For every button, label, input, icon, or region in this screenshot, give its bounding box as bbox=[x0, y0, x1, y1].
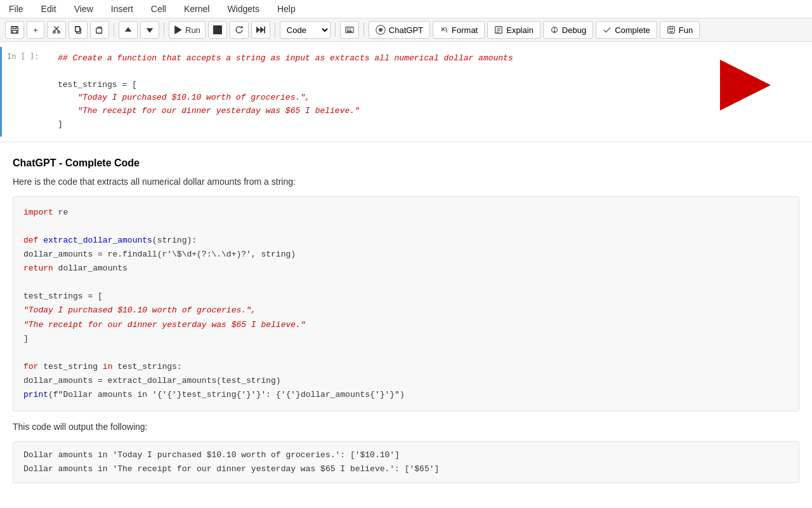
cell-code[interactable]: ## Create a function that accepts a stri… bbox=[53, 47, 812, 137]
move-down-button[interactable] bbox=[140, 21, 159, 39]
code-body2: dollar_amounts = extract_dollar_amounts(… bbox=[23, 374, 789, 388]
code-str2: "The receipt for our dinner yesterday wa… bbox=[23, 318, 789, 332]
svg-rect-1 bbox=[13, 27, 16, 29]
complete-button[interactable]: Complete bbox=[596, 21, 657, 39]
svg-rect-15 bbox=[264, 27, 265, 34]
toolbar-left: + Run bbox=[5, 21, 700, 39]
code-line-3: "Today I purchased $10.10 worth of groce… bbox=[58, 91, 807, 105]
code-print: print(f"Dollar amounts in '{'{'}test_str… bbox=[23, 388, 789, 402]
plus-icon: + bbox=[33, 25, 38, 35]
svg-marker-11 bbox=[174, 25, 182, 34]
separator-1 bbox=[114, 23, 114, 37]
code-line-2: test_strings = [ bbox=[58, 79, 807, 92]
svg-point-31 bbox=[554, 31, 555, 32]
code-line-blank bbox=[58, 65, 807, 79]
explain-label: Explain bbox=[506, 25, 534, 35]
separator-2 bbox=[164, 23, 164, 37]
menu-help[interactable]: Help bbox=[273, 1, 299, 17]
menu-bar: File Edit View Insert Cell Kernel Widget… bbox=[0, 0, 812, 18]
run-button[interactable]: Run bbox=[169, 21, 206, 39]
code-import: import re bbox=[23, 206, 789, 220]
code-line-1: ## Create a function that accepts a stri… bbox=[58, 52, 807, 65]
svg-marker-10 bbox=[147, 28, 154, 32]
fun-label: Fun bbox=[679, 25, 693, 35]
cell-label: In [ ]: bbox=[2, 47, 53, 137]
output-section: ChatGPT - Complete Code Here is the code… bbox=[0, 147, 812, 494]
menu-widgets[interactable]: Widgets bbox=[223, 1, 263, 17]
complete-label: Complete bbox=[615, 25, 650, 35]
code-cell: In [ ]: ## Create a function that accept… bbox=[0, 47, 812, 137]
code-body1: dollar_amounts = re.findall(r'\$\d+(?:\.… bbox=[23, 248, 789, 262]
chatgpt-button[interactable]: ChatGPT bbox=[369, 21, 430, 39]
restart-button[interactable] bbox=[230, 21, 249, 39]
menu-view[interactable]: View bbox=[70, 1, 97, 17]
svg-rect-12 bbox=[213, 25, 222, 34]
toolbar: + Run bbox=[0, 18, 812, 42]
keyboard-button[interactable] bbox=[340, 21, 359, 39]
notebook-area: In [ ]: ## Create a function that accept… bbox=[0, 47, 812, 142]
output-title: ChatGPT - Complete Code bbox=[13, 157, 799, 169]
format-button[interactable]: Format bbox=[433, 21, 485, 39]
code-str1: "Today I purchased $10.10 worth of groce… bbox=[23, 304, 789, 318]
explain-button[interactable]: Explain bbox=[487, 21, 540, 39]
output-line-2: Dollar amounts in 'The receipt for our d… bbox=[23, 462, 789, 476]
svg-marker-13 bbox=[256, 27, 260, 34]
svg-rect-2 bbox=[13, 30, 17, 33]
output-box: Dollar amounts in 'Today I purchased $10… bbox=[13, 441, 799, 483]
code-for: for test_string in test_strings: bbox=[23, 360, 789, 374]
code-line-4: "The receipt for our dinner yesterday wa… bbox=[58, 105, 807, 118]
code-block: import re def extract_dollar_amounts(str… bbox=[13, 196, 799, 411]
output-line-1: Dollar amounts in 'Today I purchased $10… bbox=[23, 448, 789, 462]
svg-rect-8 bbox=[96, 28, 102, 33]
paste-button[interactable] bbox=[90, 21, 109, 39]
run-label: Run bbox=[185, 25, 200, 35]
code-assign: test_strings = [ bbox=[23, 290, 789, 304]
stop-button[interactable] bbox=[208, 21, 227, 39]
svg-point-3 bbox=[53, 31, 56, 34]
svg-point-4 bbox=[58, 31, 60, 34]
output-outro: This code will output the following: bbox=[13, 420, 799, 434]
code-bracket: ] bbox=[23, 332, 789, 346]
menu-kernel[interactable]: Kernel bbox=[180, 1, 213, 17]
svg-marker-9 bbox=[125, 27, 132, 32]
output-intro: Here is the code that extracts all numer… bbox=[13, 175, 799, 189]
separator-4 bbox=[335, 23, 336, 37]
format-label: Format bbox=[452, 25, 478, 35]
svg-rect-6 bbox=[75, 27, 80, 32]
separator-5 bbox=[363, 23, 364, 37]
save-button[interactable] bbox=[5, 21, 24, 39]
menu-insert[interactable]: Insert bbox=[107, 1, 137, 17]
svg-point-34 bbox=[672, 28, 673, 29]
chatgpt-label: ChatGPT bbox=[389, 25, 423, 35]
code-return: return dollar_amounts bbox=[23, 262, 789, 276]
cell-divider bbox=[0, 142, 812, 142]
cut-button[interactable] bbox=[47, 21, 66, 39]
fast-forward-button[interactable] bbox=[251, 21, 270, 39]
menu-edit[interactable]: Edit bbox=[37, 1, 60, 17]
separator-3 bbox=[275, 23, 275, 37]
add-cell-button[interactable]: + bbox=[27, 21, 44, 39]
menu-file[interactable]: File bbox=[5, 1, 27, 17]
debug-button[interactable]: Debug bbox=[543, 21, 593, 39]
debug-label: Debug bbox=[562, 25, 586, 35]
svg-point-33 bbox=[669, 28, 671, 29]
kernel-select[interactable]: Code bbox=[280, 21, 331, 39]
code-line-5: ] bbox=[58, 118, 807, 131]
fun-button[interactable]: Fun bbox=[660, 21, 700, 39]
move-up-button[interactable] bbox=[119, 21, 138, 39]
code-def: def extract_dollar_amounts(string): bbox=[23, 234, 789, 248]
copy-button[interactable] bbox=[69, 21, 88, 39]
svg-marker-14 bbox=[260, 27, 264, 34]
menu-cell[interactable]: Cell bbox=[147, 1, 170, 17]
